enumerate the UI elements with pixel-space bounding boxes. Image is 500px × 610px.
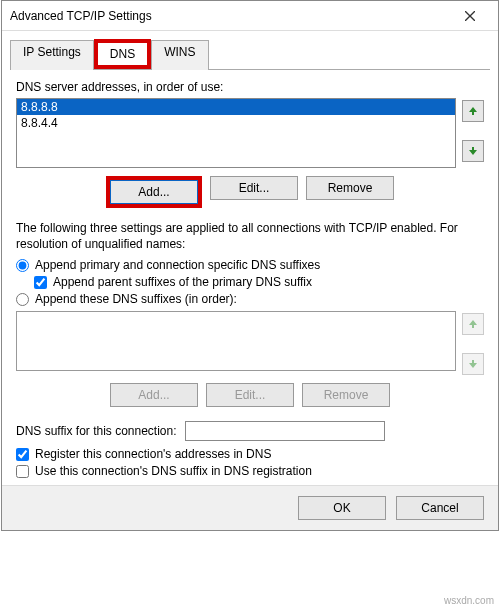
- checkbox-use-suffix-reg-input[interactable]: [16, 465, 29, 478]
- tab-dns[interactable]: DNS: [98, 43, 147, 65]
- dns-suffixes-row: [16, 311, 484, 375]
- checkbox-append-parent-label: Append parent suffixes of the primary DN…: [53, 275, 312, 289]
- dns-suffix-remove-button[interactable]: Remove: [302, 383, 390, 407]
- dns-suffix-input-row: DNS suffix for this connection:: [16, 421, 484, 441]
- dns-suffix-label: DNS suffix for this connection:: [16, 424, 177, 438]
- titlebar: Advanced TCP/IP Settings: [2, 1, 498, 31]
- list-item[interactable]: 8.8.8.8: [17, 99, 455, 115]
- dns-suffix-move-up-button[interactable]: [462, 313, 484, 335]
- dns-servers-reorder: [462, 98, 484, 168]
- cancel-button[interactable]: Cancel: [396, 496, 484, 520]
- checkbox-append-parent-input[interactable]: [34, 276, 47, 289]
- close-icon: [465, 11, 475, 21]
- dns-suffixes-reorder: [462, 311, 484, 375]
- tabstrip: IP Settings DNS WINS: [10, 39, 490, 70]
- dns-server-move-up-button[interactable]: [462, 100, 484, 122]
- dns-server-edit-button[interactable]: Edit...: [210, 176, 298, 200]
- radio-append-these-label: Append these DNS suffixes (in order):: [35, 292, 237, 306]
- add-button-highlight: Add...: [106, 176, 202, 208]
- dns-note: The following three settings are applied…: [16, 220, 484, 252]
- arrow-down-icon: [468, 146, 478, 156]
- dns-servers-listbox[interactable]: 8.8.8.8 8.8.4.4: [16, 98, 456, 168]
- checkbox-register-dns-label: Register this connection's addresses in …: [35, 447, 271, 461]
- ok-button[interactable]: OK: [298, 496, 386, 520]
- dns-suffix-button-row: Add... Edit... Remove: [16, 383, 484, 407]
- tab-wins[interactable]: WINS: [151, 40, 208, 70]
- arrow-up-icon: [468, 106, 478, 116]
- close-button[interactable]: [450, 2, 490, 30]
- tab-ip-settings[interactable]: IP Settings: [10, 40, 94, 70]
- radio-append-primary-label: Append primary and connection specific D…: [35, 258, 320, 272]
- checkbox-register-dns[interactable]: Register this connection's addresses in …: [16, 447, 484, 461]
- list-item[interactable]: 8.8.4.4: [17, 115, 455, 131]
- checkbox-use-suffix-reg-label: Use this connection's DNS suffix in DNS …: [35, 464, 312, 478]
- checkbox-register-dns-input[interactable]: [16, 448, 29, 461]
- arrow-down-icon: [468, 359, 478, 369]
- arrow-up-icon: [468, 319, 478, 329]
- watermark: wsxdn.com: [444, 595, 494, 606]
- dialog-button-row: OK Cancel: [2, 485, 498, 530]
- checkbox-use-suffix-reg[interactable]: Use this connection's DNS suffix in DNS …: [16, 464, 484, 478]
- dns-server-button-row: Add... Edit... Remove: [16, 176, 484, 208]
- radio-append-primary-input[interactable]: [16, 259, 29, 272]
- dns-server-add-button[interactable]: Add...: [110, 180, 198, 204]
- tab-dns-highlight: DNS: [94, 39, 151, 69]
- radio-append-these[interactable]: Append these DNS suffixes (in order):: [16, 292, 484, 306]
- dns-server-move-down-button[interactable]: [462, 140, 484, 162]
- dns-suffix-input[interactable]: [185, 421, 385, 441]
- radio-append-these-input[interactable]: [16, 293, 29, 306]
- dialog-window: Advanced TCP/IP Settings IP Settings DNS…: [1, 0, 499, 531]
- checkbox-append-parent[interactable]: Append parent suffixes of the primary DN…: [34, 275, 484, 289]
- radio-append-primary[interactable]: Append primary and connection specific D…: [16, 258, 484, 272]
- dns-suffix-move-down-button[interactable]: [462, 353, 484, 375]
- dns-suffix-edit-button[interactable]: Edit...: [206, 383, 294, 407]
- window-title: Advanced TCP/IP Settings: [10, 9, 152, 23]
- dns-suffix-add-button[interactable]: Add...: [110, 383, 198, 407]
- dns-servers-row: 8.8.8.8 8.8.4.4: [16, 98, 484, 168]
- tab-content-dns: DNS server addresses, in order of use: 8…: [2, 70, 498, 485]
- dns-server-remove-button[interactable]: Remove: [306, 176, 394, 200]
- dns-suffixes-listbox[interactable]: [16, 311, 456, 371]
- dns-servers-label: DNS server addresses, in order of use:: [16, 80, 484, 94]
